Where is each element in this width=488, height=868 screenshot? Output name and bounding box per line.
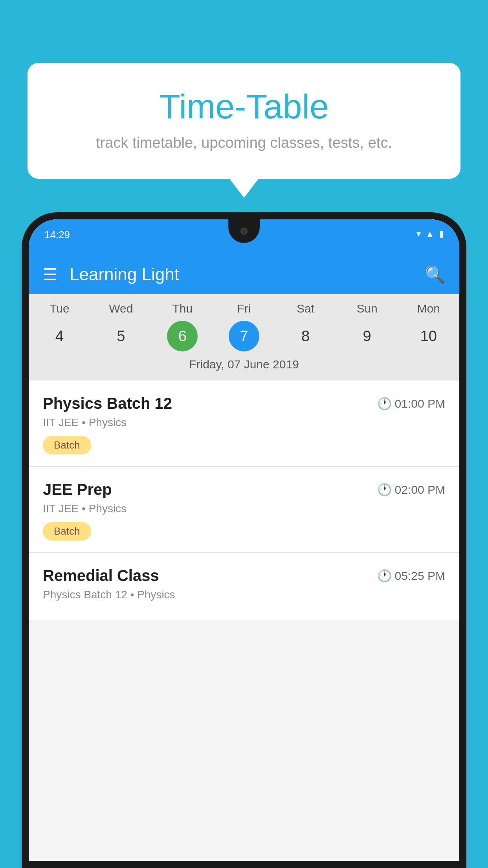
day-header-sun: Sun <box>347 302 387 315</box>
schedule-item-2-sub: IIT JEE • Physics <box>43 502 445 515</box>
schedule-item-1-sub: IIT JEE • Physics <box>43 416 445 429</box>
day-4[interactable]: 4 <box>44 321 75 351</box>
schedule-item-3-time: 🕐 05:25 PM <box>377 569 445 583</box>
day-header-fri: Fri <box>224 302 264 315</box>
app-bar: ☰ Learning Light 🔍 <box>29 255 459 294</box>
notch-bump <box>228 219 260 243</box>
selected-date: Friday, 07 June 2019 <box>29 358 459 377</box>
schedule-item-1-badge: Batch <box>43 436 91 454</box>
day-9[interactable]: 9 <box>352 321 382 351</box>
schedule-item-3-title: Remedial Class <box>43 567 159 585</box>
signal-icon: ▲ <box>426 229 434 239</box>
day-10[interactable]: 10 <box>413 321 444 351</box>
day-8[interactable]: 8 <box>290 321 321 351</box>
day-header-tue: Tue <box>40 302 79 315</box>
day-6-today[interactable]: 6 <box>167 321 198 351</box>
phone-screen: 14:29 ▾ ▲ ▮ ☰ Learning Light 🔍 Tue Wed T… <box>29 219 459 861</box>
schedule-item-2-time: 🕐 02:00 PM <box>377 483 445 497</box>
hamburger-icon[interactable]: ☰ <box>43 265 58 284</box>
schedule-item-3-header: Remedial Class 🕐 05:25 PM <box>43 567 445 585</box>
schedule-item-2[interactable]: JEE Prep 🕐 02:00 PM IIT JEE • Physics Ba… <box>29 467 459 553</box>
day-7-selected[interactable]: 7 <box>229 321 259 351</box>
schedule-item-3[interactable]: Remedial Class 🕐 05:25 PM Physics Batch … <box>29 553 459 620</box>
tooltip-title: Time-Table <box>47 86 441 127</box>
status-bar: 14:29 ▾ ▲ ▮ <box>29 219 459 255</box>
status-icons: ▾ ▲ ▮ <box>416 226 444 239</box>
schedule-item-1-title: Physics Batch 12 <box>43 395 172 412</box>
calendar-strip: Tue Wed Thu Fri Sat Sun Mon 4 5 6 7 8 9 … <box>29 294 459 381</box>
clock-icon-3: 🕐 <box>377 569 392 583</box>
schedule-item-2-title: JEE Prep <box>43 481 112 498</box>
app-title: Learning Light <box>70 265 413 284</box>
wifi-icon: ▾ <box>416 229 421 239</box>
day-header-wed: Wed <box>101 302 141 315</box>
schedule-item-1-header: Physics Batch 12 🕐 01:00 PM <box>43 395 445 412</box>
phone-frame: 14:29 ▾ ▲ ▮ ☰ Learning Light 🔍 Tue Wed T… <box>22 212 466 868</box>
schedule-item-1-time: 🕐 01:00 PM <box>377 397 445 410</box>
status-time: 14:29 <box>44 226 70 241</box>
tooltip-card: Time-Table track timetable, upcoming cla… <box>28 63 460 179</box>
schedule-list: Physics Batch 12 🕐 01:00 PM IIT JEE • Ph… <box>29 381 459 620</box>
tooltip-subtitle: track timetable, upcoming classes, tests… <box>47 134 441 151</box>
day-header-mon: Mon <box>409 302 448 315</box>
schedule-item-3-sub: Physics Batch 12 • Physics <box>43 588 445 601</box>
day-headers: Tue Wed Thu Fri Sat Sun Mon <box>29 302 459 315</box>
camera-dot <box>240 228 248 235</box>
day-numbers: 4 5 6 7 8 9 10 <box>29 321 459 351</box>
schedule-item-2-header: JEE Prep 🕐 02:00 PM <box>43 481 445 498</box>
clock-icon-2: 🕐 <box>377 483 392 497</box>
day-5[interactable]: 5 <box>106 321 136 351</box>
search-icon[interactable]: 🔍 <box>425 265 445 284</box>
schedule-item-1[interactable]: Physics Batch 12 🕐 01:00 PM IIT JEE • Ph… <box>29 381 459 467</box>
battery-icon: ▮ <box>439 229 444 239</box>
clock-icon-1: 🕐 <box>377 397 392 410</box>
schedule-item-2-badge: Batch <box>43 522 91 541</box>
day-header-sat: Sat <box>286 302 325 315</box>
day-header-thu: Thu <box>163 302 202 315</box>
